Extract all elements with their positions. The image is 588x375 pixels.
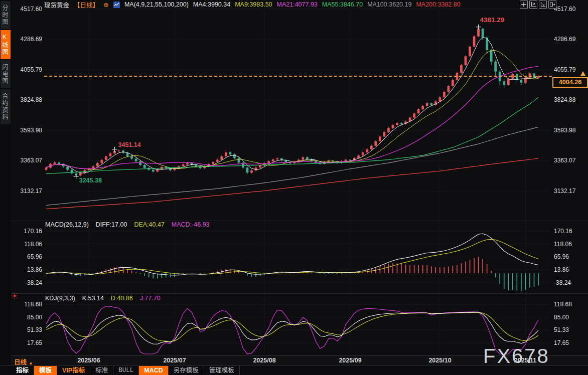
tab-standard[interactable]: 标准 xyxy=(90,366,113,375)
current-price-tag: 4004.26 xyxy=(552,77,588,88)
macd-macd-value: MACD:-46.93 xyxy=(172,221,210,228)
y-axis-label: 17.65 xyxy=(11,339,42,347)
y-axis-label: 3593.98 xyxy=(11,126,42,134)
triangle-up-icon: ▲ xyxy=(29,360,33,365)
y-axis-label: 85.00 xyxy=(11,313,42,321)
kdj-k-value: K:53.14 xyxy=(82,295,104,302)
y-axis-label: 51.33 xyxy=(11,326,42,334)
kdj-title: KDJ(9,3,3) xyxy=(45,295,75,302)
chart-header: 现货黄金 【日线】 ⊕ MA(4,9,21,55,100,200) MA4:39… xyxy=(44,1,461,9)
y-axis-label: 13.86 xyxy=(11,266,42,274)
current-price-line xyxy=(44,76,552,77)
tab-manage-template[interactable]: 管理模板 xyxy=(204,366,240,375)
y-axis-label: 3363.07 xyxy=(11,156,42,164)
tab-save-template[interactable]: 另存模板 xyxy=(169,366,204,375)
macd-header: MACD(26,12,9) DIFF:17.00 DEA:40.47 MACD:… xyxy=(45,221,210,228)
y-axis-label: 170.16 xyxy=(554,227,587,235)
y-axis-label: 4517.60 xyxy=(554,5,587,13)
y-axis-label: 65.96 xyxy=(11,253,42,261)
expand-pane-icon[interactable] xyxy=(548,1,556,9)
y-axis-label: 4517.60 xyxy=(11,5,42,13)
y-axis-label: 3593.98 xyxy=(554,126,587,134)
timeframe-label: 【日线】 xyxy=(74,0,99,10)
kdj-j-value: J:77.70 xyxy=(140,295,161,302)
y-axis-label: -38.24 xyxy=(554,279,587,287)
trading-terminal: 4381.293451.143245.38 分时图 K线图 闪电图 合约资料 现… xyxy=(0,0,588,375)
x-axis-date: 2025/10 xyxy=(420,357,460,364)
ma100-value: MA100:3620.19 xyxy=(367,1,411,8)
ma21-value: MA21:4077.93 xyxy=(277,1,318,8)
candlestick-chart[interactable]: 4381.293451.143245.38 xyxy=(0,0,588,375)
y-axis-label: 170.16 xyxy=(11,227,42,235)
tab-bull[interactable]: BULL xyxy=(113,366,139,375)
symbol-name: 现货黄金 xyxy=(44,0,69,10)
y-axis-label: 4055.79 xyxy=(11,66,42,74)
fit-vertical-icon[interactable] xyxy=(539,1,547,9)
macd-title: MACD(26,12,9) xyxy=(45,221,89,228)
pan-mode-icon[interactable] xyxy=(520,1,528,9)
tab-vip-indicators[interactable]: VIP指标 xyxy=(57,366,90,375)
tab-template[interactable]: 模板 xyxy=(34,366,57,375)
y-axis-label: 118.68 xyxy=(554,300,587,308)
chart-type-icon[interactable] xyxy=(113,2,120,8)
kdj-d-value: D:40.86 xyxy=(111,295,133,302)
x-axis-date: 2025/08 xyxy=(244,357,284,364)
y-axis-label: 3132.17 xyxy=(11,187,42,195)
y-axis-label: 4286.69 xyxy=(11,35,42,43)
x-axis-date: 2025/07 xyxy=(155,357,195,364)
chart-toolbar xyxy=(520,1,556,9)
y-axis-label: 3132.17 xyxy=(554,187,587,195)
y-axis-label: -38.24 xyxy=(11,279,42,287)
sidebar-tab-tick[interactable]: 闪电图 xyxy=(1,60,11,88)
tab-macd[interactable]: MACD xyxy=(139,366,169,375)
y-axis-label: 118.06 xyxy=(554,240,587,248)
ma9-value: MA9:3983.50 xyxy=(235,1,272,8)
y-axis-label: 4286.69 xyxy=(554,35,587,43)
y-axis-label: 3824.88 xyxy=(11,96,42,104)
kdj-header: KDJ(9,3,3) K:53.14 D:40.86 J:77.70 xyxy=(45,295,161,302)
price-up-arrow-icon xyxy=(580,71,585,76)
macd-dea-value: DEA:40.47 xyxy=(134,221,164,228)
y-axis-label: 3363.07 xyxy=(554,156,587,164)
ma55-value: MA55:3846.70 xyxy=(322,1,363,8)
svg-text:3245.38: 3245.38 xyxy=(79,177,102,184)
y-axis-label: 17.65 xyxy=(554,339,587,347)
macd-diff-value: DIFF:17.00 xyxy=(96,221,127,228)
y-axis-label: 51.33 xyxy=(554,326,587,334)
tab-indicators[interactable]: 指标 xyxy=(11,366,34,375)
svg-text:4381.29: 4381.29 xyxy=(480,16,505,24)
ma-group-label: MA(4,9,21,55,100,200) xyxy=(124,1,189,8)
y-axis-label: 85.00 xyxy=(554,313,587,321)
sidebar-tab-timeline[interactable]: 分时图 xyxy=(1,1,11,29)
left-sidebar: 分时图 K线图 闪电图 合约资料 xyxy=(0,0,11,375)
y-axis-label: 13.86 xyxy=(554,266,587,274)
fit-horizontal-icon[interactable] xyxy=(529,1,537,9)
y-axis-label: 3824.88 xyxy=(554,96,587,104)
y-axis-label: 118.68 xyxy=(11,300,42,308)
sidebar-tab-contract-info[interactable]: 合约资料 xyxy=(1,89,11,124)
sidebar-tab-kline[interactable]: K线图 xyxy=(1,30,11,59)
y-axis-label: 118.06 xyxy=(11,240,42,248)
x-axis-date: 2025/06 xyxy=(69,357,109,364)
ma4-value: MA4:3990.34 xyxy=(193,1,230,8)
y-axis-label: 65.96 xyxy=(554,253,587,261)
svg-text:3451.14: 3451.14 xyxy=(118,141,140,148)
ma200-value: MA200:3382.80 xyxy=(416,1,460,8)
x-axis-date: 2025/09 xyxy=(330,357,370,364)
add-indicator-icon[interactable]: ⊕ xyxy=(103,1,109,9)
watermark: FX678 xyxy=(483,345,550,367)
